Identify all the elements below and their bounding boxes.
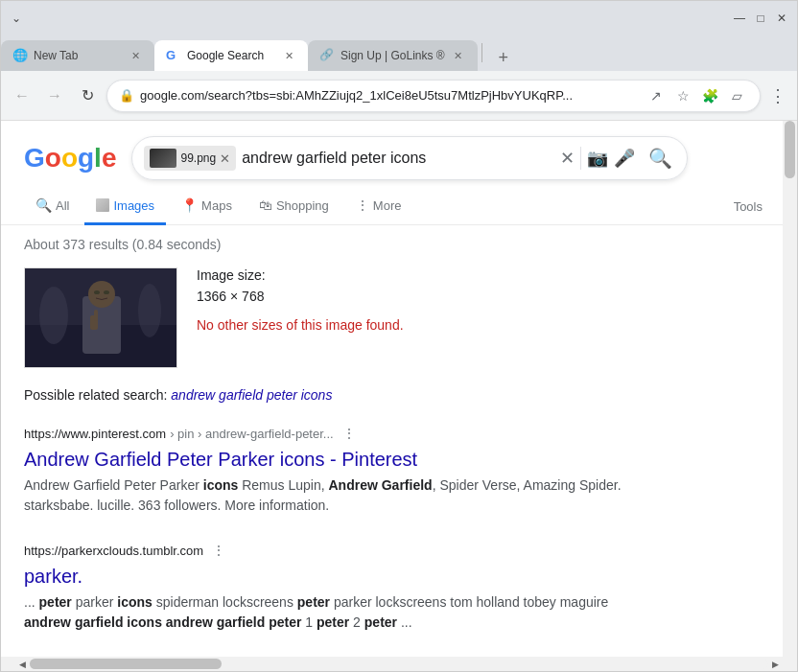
h-scroll-track[interactable]	[30, 659, 768, 669]
tab-close-golinks[interactable]: ✕	[451, 48, 466, 63]
tab-all[interactable]: 🔍 All	[24, 188, 81, 225]
scrollbar-thumb[interactable]	[785, 121, 795, 178]
snippet-text-1: ... peter parker icons spiderman lockscr…	[24, 594, 608, 630]
lock-icon: 🔒	[119, 88, 134, 103]
image-info-section: Image size: 1366 × 768 No other sizes of…	[24, 267, 649, 368]
extensions-icon[interactable]: 🧩	[698, 84, 721, 107]
images-icon	[96, 198, 109, 212]
tab-shopping[interactable]: 🛍 Shopping	[247, 188, 340, 225]
search-icon: 🔍	[648, 147, 672, 170]
more-icon: ⋮	[356, 197, 369, 213]
result-more-button-1[interactable]: ⋮	[207, 539, 230, 562]
result-more-button-0[interactable]: ⋮	[338, 422, 361, 445]
new-tab-button[interactable]: +	[490, 44, 517, 71]
address-bar: ← → ↻ 🔒 google.com/search?tbs=sbi:AMhZZi…	[1, 71, 797, 121]
tab-title-googlesearch: Google Search	[187, 49, 275, 62]
search-chip-close[interactable]: ✕	[220, 151, 230, 166]
related-search: Possible related search: andrew garfield…	[24, 387, 649, 403]
related-link[interactable]: andrew garfield peter icons	[171, 387, 332, 403]
tab-golinks[interactable]: 🔗 Sign Up | GoLinks ® ✕	[308, 40, 478, 71]
tab-close-newtab[interactable]: ✕	[128, 48, 143, 63]
search-input[interactable]: andrew garfield peter icons	[242, 150, 554, 167]
results-area: About 373 results (0.84 seconds)	[1, 225, 672, 657]
tab-favicon-googlesearch: G	[166, 48, 181, 63]
mic-icon[interactable]: 🎤	[614, 148, 635, 169]
result-title-0[interactable]: Andrew Garfield Peter Parker icons - Pin…	[24, 447, 649, 472]
browser-window: ⌄ — □ ✕ 🌐 New Tab ✕ G Google Search ✕ 🔗 …	[0, 0, 798, 672]
tab-close-googlesearch[interactable]: ✕	[281, 48, 296, 63]
tab-more[interactable]: ⋮ More	[344, 188, 413, 225]
result-url-0: https://www.pinterest.com	[24, 427, 166, 441]
tab-title-newtab: New Tab	[34, 49, 122, 62]
result-title-1[interactable]: parker.	[24, 564, 649, 589]
tab-maps[interactable]: 📍 Maps	[170, 188, 244, 225]
maximize-button[interactable]: □	[753, 11, 768, 26]
tab-more-label: More	[373, 198, 402, 213]
google-header: G o o g l e 99.png ✕ andrew garfield pet…	[1, 121, 797, 180]
bookmark-icon[interactable]: ☆	[671, 84, 694, 107]
tab-googlesearch[interactable]: G Google Search ✕	[154, 40, 308, 71]
result-image	[24, 267, 177, 368]
minimize-button[interactable]: —	[732, 11, 747, 26]
all-icon: 🔍	[35, 197, 52, 213]
url-text: google.com/search?tbs=sbi:AMhZZiujq2_1xl…	[140, 88, 639, 103]
result-path-0: › pin › andrew-garfield-peter...	[170, 427, 334, 441]
maps-icon: 📍	[181, 197, 198, 213]
tabs-bar: 🌐 New Tab ✕ G Google Search ✕ 🔗 Sign Up …	[1, 35, 797, 71]
reload-button[interactable]: ↻	[74, 82, 101, 109]
tab-favicon-newtab: 🌐	[12, 48, 28, 63]
title-bar-left: ⌄	[9, 11, 24, 26]
svg-point-2	[39, 287, 68, 344]
results-count: About 373 results (0.84 seconds)	[24, 237, 649, 252]
nav-tabs: 🔍 All Images 📍 Maps 🛍 Shopping ⋮ More To…	[1, 180, 797, 225]
search-chip-thumbnail	[150, 149, 176, 168]
forward-button[interactable]: →	[41, 82, 68, 109]
image-size-label: Image size:	[197, 267, 404, 283]
search-chip-filename: 99.png	[180, 151, 216, 165]
tab-favicon-golinks: 🔗	[319, 48, 335, 63]
no-sizes-text: No other sizes of this image found.	[197, 317, 404, 333]
search-clear-button[interactable]: ✕	[560, 148, 575, 169]
tools-button[interactable]: Tools	[722, 190, 774, 223]
logo-g2: g	[78, 143, 94, 174]
info-box: Image size: 1366 × 768 No other sizes of…	[197, 267, 404, 368]
reading-mode-icon[interactable]: ▱	[725, 84, 748, 107]
share-icon[interactable]: ↗	[645, 84, 668, 107]
image-dimensions: 1366 × 768	[197, 289, 404, 304]
tab-title-golinks: Sign Up | GoLinks ®	[340, 49, 445, 62]
h-scroll-thumb[interactable]	[30, 659, 222, 669]
tab-images[interactable]: Images	[84, 189, 166, 225]
svg-rect-9	[94, 310, 98, 321]
scroll-right-arrow[interactable]: ▶	[768, 657, 783, 671]
tab-newtab[interactable]: 🌐 New Tab ✕	[1, 40, 154, 71]
search-result-1: https://parkerxclouds.tumblr.com ⋮ parke…	[24, 539, 649, 633]
result-snippet-1: ... peter parker icons spiderman lockscr…	[24, 592, 649, 633]
scroll-left-arrow[interactable]: ◀	[15, 657, 30, 671]
svg-point-5	[88, 281, 115, 308]
tab-shopping-label: Shopping	[276, 198, 329, 213]
tab-images-label: Images	[113, 198, 154, 213]
camera-icon[interactable]: 📷	[587, 148, 608, 169]
tab-maps-label: Maps	[201, 198, 232, 213]
result-image-svg	[25, 267, 176, 368]
vertical-scrollbar[interactable]	[783, 121, 797, 657]
url-bar[interactable]: 🔒 google.com/search?tbs=sbi:AMhZZiujq2_1…	[106, 80, 761, 112]
result-image-inner	[25, 268, 176, 367]
result-snippet-0: Andrew Garfield Peter Parker icons Remus…	[24, 475, 649, 516]
search-button[interactable]: 🔍	[641, 139, 679, 177]
search-image-chip: 99.png ✕	[144, 146, 236, 171]
chrome-menu-button[interactable]: ⋮	[766, 84, 789, 107]
logo-o2: o	[61, 143, 78, 174]
back-button[interactable]: ←	[9, 82, 35, 109]
search-divider	[580, 147, 581, 170]
svg-point-6	[94, 290, 100, 294]
window-controls: — □ ✕	[732, 11, 789, 26]
tab-separator	[481, 43, 482, 62]
svg-point-3	[138, 284, 161, 337]
related-prefix: Possible related search:	[24, 387, 167, 403]
logo-l: l	[94, 143, 102, 174]
logo-o1: o	[45, 143, 61, 174]
title-bar: ⌄ — □ ✕	[1, 1, 797, 35]
close-button[interactable]: ✕	[774, 11, 789, 26]
tab-list-button[interactable]: ⌄	[9, 11, 24, 26]
